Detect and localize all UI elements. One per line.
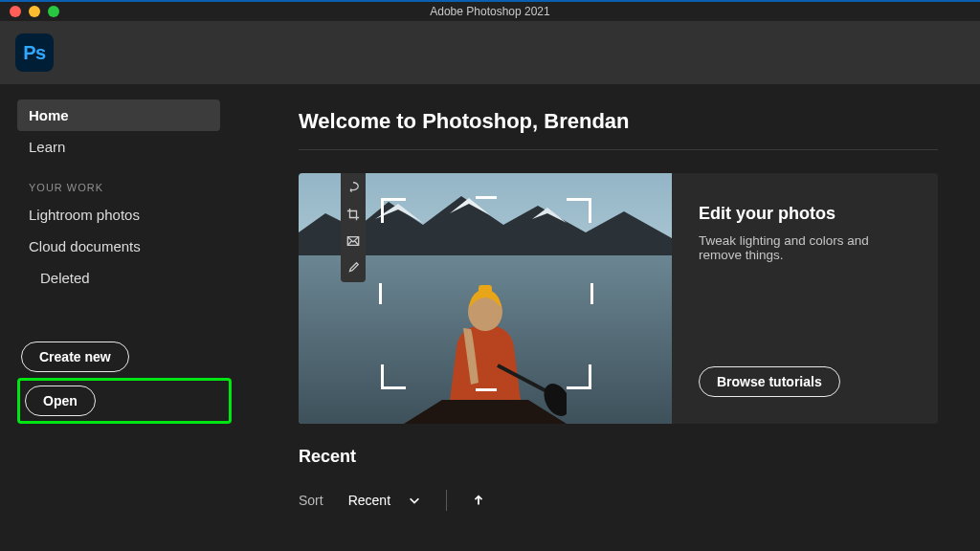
app-logo: Ps — [15, 33, 54, 72]
nav-item-label: Learn — [29, 139, 65, 155]
nav-item-label: Lightroom photos — [29, 207, 140, 223]
tutorial-title: Edit your photos — [699, 204, 915, 224]
divider — [446, 490, 447, 511]
tutorial-subtitle: Tweak lighting and colors and remove thi… — [699, 233, 915, 262]
crop-icon — [346, 208, 360, 221]
tutorial-highlight: Open — [17, 378, 232, 424]
close-window-icon[interactable] — [10, 6, 21, 17]
tutorial-card-text: Edit your photos Tweak lighting and colo… — [672, 173, 938, 424]
sidebar: Home Learn YOUR WORK Lightroom photos Cl… — [0, 84, 232, 551]
app-logo-text: Ps — [23, 42, 45, 64]
nav-item-lightroom-photos[interactable]: Lightroom photos — [17, 199, 220, 231]
sort-label: Sort — [299, 493, 323, 508]
mini-tool-strip — [341, 173, 366, 282]
titlebar: Adobe Photoshop 2021 — [0, 0, 980, 21]
sidebar-section-header: YOUR WORK — [17, 163, 232, 199]
welcome-heading: Welcome to Photoshop, Brendan — [299, 109, 980, 134]
open-button[interactable]: Open — [25, 386, 96, 416]
button-label: Create new — [39, 349, 111, 364]
nav-item-label: Cloud documents — [29, 238, 141, 254]
create-new-button[interactable]: Create new — [21, 342, 129, 372]
button-label: Open — [43, 393, 78, 408]
main-content: Welcome to Photoshop, Brendan — [232, 84, 980, 551]
sort-direction-button[interactable] — [472, 494, 485, 507]
window-controls — [0, 6, 59, 17]
eyedropper-icon — [346, 261, 360, 275]
sort-dropdown[interactable]: Recent — [348, 493, 421, 508]
zoom-window-icon[interactable] — [48, 6, 59, 17]
nav-item-label: Home — [29, 107, 69, 123]
recent-section: Recent Sort Recent — [299, 447, 980, 511]
button-label: Browse tutorials — [717, 374, 822, 389]
chevron-down-icon — [408, 494, 421, 507]
tutorial-card-image — [299, 173, 672, 424]
minimize-window-icon[interactable] — [29, 6, 40, 17]
sort-value: Recent — [348, 493, 390, 508]
lasso-icon — [346, 181, 360, 194]
nav-item-cloud-documents[interactable]: Cloud documents — [17, 231, 220, 262]
recent-heading: Recent — [299, 447, 980, 467]
nav-item-label: Deleted — [40, 270, 90, 286]
envelope-icon — [346, 234, 360, 248]
crop-overlay — [381, 198, 591, 389]
window-title: Adobe Photoshop 2021 — [0, 5, 980, 18]
app-chrome: Ps — [0, 21, 980, 84]
nav-item-deleted[interactable]: Deleted — [17, 262, 220, 294]
browse-tutorials-button[interactable]: Browse tutorials — [699, 366, 840, 397]
tutorial-card[interactable]: Edit your photos Tweak lighting and colo… — [299, 173, 938, 424]
nav-item-learn[interactable]: Learn — [17, 131, 220, 163]
divider — [299, 149, 938, 150]
nav-item-home[interactable]: Home — [17, 99, 220, 131]
